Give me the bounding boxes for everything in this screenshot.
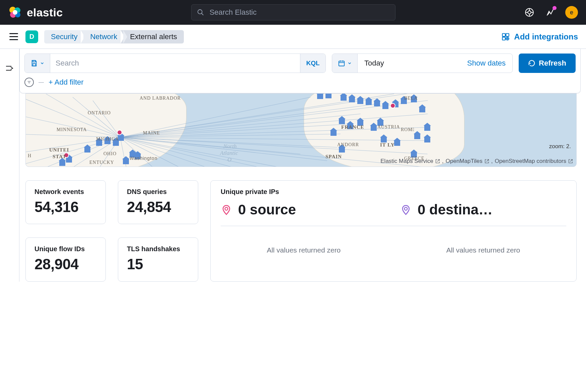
nav-toggle-button[interactable] <box>8 32 19 41</box>
map-label: AND LABRADOR <box>140 96 181 101</box>
refresh-icon <box>528 60 535 67</box>
map-label: ONTARIO <box>88 110 111 116</box>
breadcrumb-security[interactable]: Security <box>44 30 84 43</box>
add-filter-button[interactable]: + Add filter <box>49 78 84 87</box>
attribution-ems[interactable]: Elastic Maps Service <box>380 158 433 165</box>
map-label: MICHIGA <box>96 136 119 142</box>
date-range-label: Today <box>364 59 384 68</box>
elastic-logo-text: elastic <box>27 6 63 19</box>
empty-message: All values returned zero <box>400 246 566 254</box>
notification-dot <box>553 6 557 10</box>
map-label: AUSTRIA <box>377 124 400 130</box>
stat-value: 54,316 <box>34 199 97 215</box>
expand-sidebar-button[interactable] <box>5 65 14 282</box>
add-integrations-link[interactable]: Add integrations <box>501 32 578 41</box>
stat-label: Unique private IPs <box>221 188 566 196</box>
stat-value-source: 0 source <box>238 202 296 218</box>
svg-point-8 <box>528 11 531 14</box>
left-rail <box>0 49 19 282</box>
expand-icon <box>5 65 14 72</box>
query-panel: KQL Today Show dates Refresh <box>19 49 581 93</box>
filter-icon <box>27 80 31 85</box>
svg-rect-13 <box>503 33 506 36</box>
svg-rect-14 <box>506 33 509 36</box>
space-letter: D <box>29 33 34 40</box>
avatar-letter: e <box>570 9 573 16</box>
refresh-label: Refresh <box>539 59 566 68</box>
stat-value: 15 <box>127 256 189 272</box>
stat-label: DNS queries <box>127 188 189 196</box>
global-search-input[interactable] <box>209 8 390 17</box>
map-label: BELA <box>404 96 418 101</box>
stat-card-tls-handshakes: TLS handshakes 15 <box>118 237 198 281</box>
map-label: Atlantic <box>220 150 238 157</box>
stat-card-unique-private-ips: Unique private IPs 0 source 0 destina… A… <box>210 180 577 282</box>
calendar-icon <box>338 60 345 67</box>
elastic-logo-icon <box>8 5 22 19</box>
map-label: IT LY <box>380 142 395 148</box>
filter-divider: — <box>39 79 44 85</box>
breadcrumb: Security Network External alerts <box>44 30 184 43</box>
map-label: MAINE <box>143 130 160 136</box>
map-label: North <box>223 143 237 150</box>
stat-value: 24,854 <box>127 199 189 215</box>
attribution-osm[interactable]: OpenStreetMap contributors <box>495 158 566 165</box>
map-label: STAT <box>53 154 66 160</box>
external-link-icon <box>568 159 573 164</box>
stat-value: 28,904 <box>34 256 97 272</box>
stat-value-destination: 0 destina… <box>418 202 493 218</box>
kql-search-input[interactable] <box>50 54 300 73</box>
map-label: ANDORR <box>337 142 359 148</box>
global-search[interactable] <box>191 4 395 20</box>
query-input-group: KQL <box>24 54 326 73</box>
stat-label: Network events <box>34 188 97 196</box>
map-label: OHIO <box>103 151 117 157</box>
map-label: SPAIN <box>325 154 342 160</box>
refresh-button[interactable]: Refresh <box>519 54 576 73</box>
svg-line-6 <box>201 13 203 15</box>
space-badge[interactable]: D <box>25 30 38 43</box>
stat-card-dns-queries: DNS queries 24,854 <box>118 180 198 224</box>
map-pin-icon <box>400 204 412 215</box>
map-label: ENTUCKY <box>89 160 114 165</box>
map-label: MINNESOTA <box>57 127 87 132</box>
help-icon[interactable] <box>524 7 535 18</box>
map-label: UNITEI <box>49 147 69 153</box>
date-picker-button[interactable] <box>332 54 358 73</box>
map-attribution: Elastic Maps Service , OpenMapTiles , Op… <box>380 158 573 165</box>
date-picker-group: Today Show dates <box>332 54 513 73</box>
svg-rect-21 <box>33 61 35 62</box>
svg-rect-15 <box>503 37 506 40</box>
map-label: Washington <box>130 156 157 161</box>
network-map[interactable]: AND LABRADOR ONTARIO MINNESOTA MAINE MIC… <box>25 93 577 167</box>
elastic-logo[interactable]: elastic <box>8 5 63 19</box>
save-icon <box>30 60 38 67</box>
map-zoom-label: zoom: 2. <box>549 143 571 150</box>
top-navigation-bar: elastic e <box>0 0 586 25</box>
stat-label: TLS handshakes <box>127 245 189 253</box>
show-dates-link[interactable]: Show dates <box>467 59 506 68</box>
chevron-down-icon <box>347 61 352 66</box>
chevron-down-icon <box>40 61 45 66</box>
map-label: ROM  <box>401 127 415 132</box>
user-avatar[interactable]: e <box>565 6 578 19</box>
news-feed-icon[interactable] <box>544 7 556 18</box>
empty-message: All values returned zero <box>221 246 387 254</box>
saved-query-button[interactable] <box>25 54 50 73</box>
kql-toggle[interactable]: KQL <box>300 54 325 73</box>
stat-card-network-events: Network events 54,316 <box>25 180 106 224</box>
map-label: H <box>28 153 31 159</box>
stat-label: Unique flow IDs <box>34 245 97 253</box>
svg-point-31 <box>405 207 408 210</box>
svg-rect-23 <box>339 61 344 66</box>
add-integrations-label: Add integrations <box>514 32 578 41</box>
filter-options-button[interactable] <box>24 78 34 87</box>
external-link-icon <box>485 159 489 164</box>
map-label: O <box>227 157 231 163</box>
stat-card-unique-flow-ids: Unique flow IDs 28,904 <box>25 237 106 281</box>
svg-point-5 <box>198 10 202 14</box>
attribution-omt[interactable]: OpenMapTiles <box>446 158 483 165</box>
svg-point-4 <box>13 10 17 15</box>
breadcrumb-external-alerts: External alerts <box>121 30 184 43</box>
svg-point-30 <box>225 207 228 210</box>
